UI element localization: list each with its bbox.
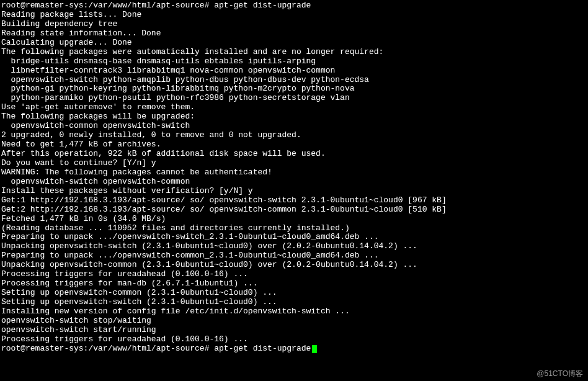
terminal-line: Preparing to unpack .../openvswitch-comm… <box>1 251 587 261</box>
terminal-output[interactable]: root@remaster-sys:/var/www/html/apt-sour… <box>1 1 587 354</box>
terminal-line: Installing new version of config file /e… <box>1 307 587 316</box>
terminal-line: WARNING: The following packages cannot b… <box>1 168 587 177</box>
terminal-line: Reading package lists... Done <box>1 11 587 20</box>
terminal-line: openvswitch-switch start/running <box>1 326 587 335</box>
shell-prompt: root@remaster-sys:/var/www/html/apt-sour… <box>1 344 214 353</box>
terminal-line: Processing triggers for ureadahead (0.10… <box>1 335 587 344</box>
terminal-line: openvswitch-switch python-amqplib python… <box>1 76 587 85</box>
terminal-line: root@remaster-sys:/var/www/html/apt-sour… <box>1 1 587 11</box>
terminal-line: Use 'apt-get autoremove' to remove them. <box>1 103 587 112</box>
terminal-line: Processing triggers for man-db (2.6.7.1-… <box>1 279 587 289</box>
terminal-line: Need to get 1,477 kB of archives. <box>1 140 587 150</box>
terminal-line: 2 upgraded, 0 newly installed, 0 to remo… <box>1 131 587 140</box>
shell-command: apt-get dist-upgrade <box>214 1 311 10</box>
terminal-line: Processing triggers for ureadahead (0.10… <box>1 270 587 279</box>
terminal-line: (Reading database ... 110952 files and d… <box>1 224 587 233</box>
watermark-label: @51CTO博客 <box>537 370 583 379</box>
terminal-line: libnetfilter-conntrack3 librabbitmq1 nov… <box>1 66 587 76</box>
terminal-line: Get:1 http://192.168.3.193/apt-source/ s… <box>1 196 587 205</box>
terminal-line: root@remaster-sys:/var/www/html/apt-sour… <box>1 344 587 354</box>
terminal-line: Unpacking openvswitch-switch (2.3.1-0ubu… <box>1 242 587 251</box>
terminal-line: Setting up openvswitch-common (2.3.1-0ub… <box>1 289 587 298</box>
terminal-line: Install these packages without verificat… <box>1 187 587 196</box>
terminal-line: python-gi python-keyring python-librabbi… <box>1 84 587 94</box>
terminal-line: Calculating upgrade... Done <box>1 38 587 48</box>
shell-prompt: root@remaster-sys:/var/www/html/apt-sour… <box>1 1 214 10</box>
terminal-line: openvswitch-common openvswitch-switch <box>1 122 587 131</box>
terminal-line: The following packages were automaticall… <box>1 48 587 57</box>
terminal-line: Preparing to unpack .../openvswitch-swit… <box>1 233 587 242</box>
terminal-line: bridge-utils dnsmasq-base dnsmasq-utils … <box>1 57 587 66</box>
terminal-line: Do you want to continue? [Y/n] y <box>1 159 587 168</box>
terminal-line: openvswitch-switch openvswitch-common <box>1 177 587 187</box>
terminal-line: python-paramiko python-psutil python-rfc… <box>1 94 587 103</box>
terminal-line: Reading state information... Done <box>1 29 587 38</box>
terminal-line: Fetched 1,477 kB in 0s (34.6 MB/s) <box>1 215 587 224</box>
terminal-line: The following packages will be upgraded: <box>1 112 587 122</box>
terminal-line: Setting up openvswitch-switch (2.3.1-0ub… <box>1 298 587 307</box>
cursor-icon <box>312 345 317 353</box>
terminal-line: Get:2 http://192.168.3.193/apt-source/ s… <box>1 205 587 215</box>
terminal-line: Unpacking openvswitch-common (2.3.1-0ubu… <box>1 261 587 270</box>
terminal-line: Building dependency tree <box>1 20 587 29</box>
shell-command[interactable]: apt-get dist-upgrade <box>214 344 311 353</box>
terminal-line: openvswitch-switch stop/waiting <box>1 316 587 326</box>
terminal-line: After this operation, 922 kB of addition… <box>1 150 587 159</box>
